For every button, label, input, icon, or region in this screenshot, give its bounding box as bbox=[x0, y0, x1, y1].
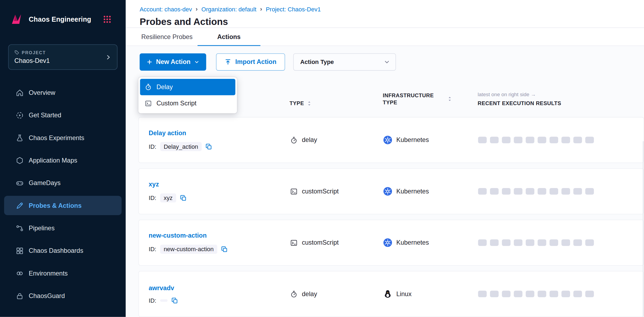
execution-result-placeholder bbox=[538, 137, 546, 143]
action-id-chip: Delay_action bbox=[160, 142, 202, 151]
action-id-chip: xyz bbox=[160, 193, 176, 202]
chaos-engineering-app: Chaos Engineering PROJECT Chaos-Dev1 Ove… bbox=[0, 0, 644, 317]
sidebar-item-get-started[interactable]: Get Started bbox=[4, 105, 121, 125]
sidebar-item-label: Application Maps bbox=[29, 157, 77, 164]
action-type-value: delay bbox=[302, 290, 317, 297]
execution-result-placeholder bbox=[573, 291, 582, 297]
sidebar-item-pipelines[interactable]: Pipelines bbox=[4, 218, 121, 238]
project-selector[interactable]: PROJECT Chaos-Dev1 bbox=[8, 44, 117, 70]
action-type-value: customScript bbox=[302, 187, 339, 195]
chevron-right-icon bbox=[105, 54, 111, 60]
brand-row: Chaos Engineering bbox=[0, 0, 126, 30]
execution-result-placeholder bbox=[561, 239, 570, 246]
execution-result-placeholder bbox=[549, 137, 558, 143]
type-header-label: TYPE bbox=[289, 100, 304, 106]
action-name-link[interactable]: xyz bbox=[149, 180, 290, 188]
action-name-link[interactable]: Delay action bbox=[149, 129, 290, 137]
sidebar-item-label: ChaosGuard bbox=[29, 292, 65, 299]
copy-icon[interactable] bbox=[171, 297, 178, 303]
execution-result-placeholder bbox=[585, 239, 594, 246]
recent-execution-results bbox=[478, 291, 644, 297]
action-name-link[interactable]: awrvadv bbox=[149, 284, 290, 292]
table-header-recent-results: latest one on right side → RECENT EXECUT… bbox=[478, 92, 644, 106]
action-name-link[interactable]: new-custom-action bbox=[149, 232, 290, 239]
chaos-logo-icon[interactable] bbox=[8, 11, 25, 28]
breadcrumb-link[interactable]: Account: chaos-dev bbox=[140, 6, 192, 12]
stopwatch-icon bbox=[290, 290, 298, 298]
copy-icon[interactable] bbox=[180, 194, 186, 201]
sidebar-item-environments[interactable]: Environments bbox=[4, 264, 121, 283]
sidebar-item-chaos-experiments[interactable]: Chaos Experiments bbox=[4, 128, 121, 147]
action-row: Delay action ID: Delay_action delay Kube… bbox=[139, 117, 644, 163]
project-name: Chaos-Dev1 bbox=[14, 57, 50, 64]
sidebar-item-label: Probes & Actions bbox=[29, 202, 82, 209]
copy-icon[interactable] bbox=[205, 143, 212, 150]
execution-result-placeholder bbox=[478, 188, 487, 195]
breadcrumb-separator: › bbox=[260, 5, 262, 12]
copy-icon[interactable] bbox=[221, 246, 228, 252]
script-icon bbox=[290, 187, 298, 195]
project-label: PROJECT bbox=[22, 50, 46, 55]
toolbar: New Action Import Action Action Type bbox=[126, 46, 644, 78]
sidebar-item-label: Get Started bbox=[29, 111, 61, 119]
execution-result-placeholder bbox=[585, 188, 594, 195]
sidebar-item-label: Chaos Dashboards bbox=[29, 247, 83, 254]
sort-icon[interactable] bbox=[448, 96, 452, 102]
breadcrumb-link[interactable]: Project: Chaos-Dev1 bbox=[266, 6, 321, 12]
execution-result-placeholder bbox=[561, 291, 570, 297]
scrollbar[interactable] bbox=[643, 141, 643, 317]
table-header-infrastructure[interactable]: INFRASTRUCTURE TYPE bbox=[383, 92, 478, 106]
upload-icon bbox=[225, 59, 231, 65]
execution-result-placeholder bbox=[478, 239, 487, 246]
sort-icon[interactable] bbox=[307, 100, 311, 106]
execution-result-placeholder bbox=[502, 291, 511, 297]
sidebar-item-chaos-dashboards[interactable]: Chaos Dashboards bbox=[4, 241, 121, 260]
new-action-label: New Action bbox=[156, 58, 191, 66]
sidebar-item-label: Pipelines bbox=[29, 224, 54, 232]
execution-result-placeholder bbox=[514, 137, 523, 143]
sidebar-item-chaosguard[interactable]: ChaosGuard bbox=[4, 286, 121, 305]
sidebar-item-application-maps[interactable]: Application Maps bbox=[4, 151, 121, 170]
sidebar-item-overview[interactable]: Overview bbox=[4, 83, 121, 102]
execution-result-placeholder bbox=[502, 137, 511, 143]
probe-icon bbox=[16, 201, 24, 209]
action-id-chip bbox=[160, 299, 167, 302]
infrastructure-type-value: Kubernetes bbox=[396, 239, 429, 246]
execution-result-placeholder bbox=[549, 239, 558, 246]
new-action-menu: Delay Custom Script bbox=[139, 77, 237, 113]
infrastructure-cell: Kubernetes bbox=[383, 187, 478, 196]
action-type-cell: customScript bbox=[290, 187, 383, 195]
menu-item-label: Delay bbox=[156, 83, 173, 91]
recent-execution-results bbox=[478, 137, 644, 143]
tab-resilience-probes[interactable]: Resilience Probes bbox=[141, 28, 198, 46]
table-header-type[interactable]: TYPE bbox=[289, 100, 383, 106]
menu-item-custom-script[interactable]: Custom Script bbox=[140, 95, 236, 112]
tab-label: Actions bbox=[217, 33, 241, 40]
execution-result-placeholder bbox=[538, 239, 546, 246]
action-type-select[interactable]: Action Type bbox=[293, 53, 396, 71]
script-icon bbox=[144, 100, 152, 107]
execution-result-placeholder bbox=[526, 239, 534, 246]
gamepad-icon bbox=[16, 179, 24, 187]
table-rows: Delay action ID: Delay_action delay Kube… bbox=[139, 117, 644, 317]
action-row: awrvadv ID: delay Linux bbox=[139, 271, 644, 317]
sidebar-item-gamedays[interactable]: GameDays bbox=[4, 173, 121, 192]
import-action-button[interactable]: Import Action bbox=[216, 53, 285, 71]
sidebar-item-probes-actions[interactable]: Probes & Actions bbox=[4, 196, 121, 215]
tab-actions[interactable]: Actions bbox=[198, 28, 260, 46]
kubernetes-icon bbox=[383, 187, 392, 196]
execution-result-placeholder bbox=[490, 239, 499, 246]
infrastructure-header-label: INFRASTRUCTURE TYPE bbox=[383, 92, 444, 106]
breadcrumb-link[interactable]: Organization: default bbox=[201, 6, 256, 12]
id-label: ID: bbox=[149, 246, 156, 252]
id-label: ID: bbox=[149, 143, 156, 150]
tab-label: Resilience Probes bbox=[141, 33, 192, 40]
execution-result-placeholder bbox=[585, 137, 594, 143]
execution-result-placeholder bbox=[526, 188, 534, 195]
lock-icon bbox=[16, 292, 24, 300]
chevron-down-icon bbox=[194, 60, 199, 64]
app-switcher-icon[interactable] bbox=[103, 15, 112, 24]
new-action-button[interactable]: New Action bbox=[140, 53, 206, 71]
menu-item-delay[interactable]: Delay bbox=[140, 79, 236, 95]
id-label: ID: bbox=[149, 194, 156, 201]
